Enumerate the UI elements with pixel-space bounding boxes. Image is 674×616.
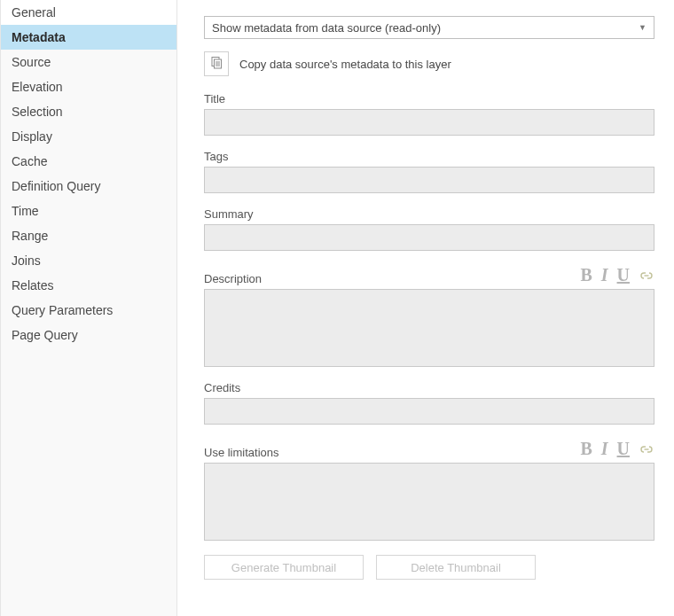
sidebar-item-label: Range	[12, 229, 48, 243]
credits-label: Credits	[204, 381, 654, 394]
tags-label: Tags	[204, 150, 654, 163]
sidebar-item-label: Elevation	[12, 80, 63, 94]
dropdown-selected-text: Show metadata from data source (read-onl…	[212, 21, 441, 35]
use-limitations-rich-toolbar: B I U	[580, 439, 654, 459]
sidebar-item-label: Selection	[12, 105, 63, 119]
sidebar-item-label: Display	[12, 129, 52, 144]
sidebar-item-label: Time	[12, 204, 39, 218]
sidebar-item-label: Page Query	[12, 328, 78, 342]
sidebar-item-page-query[interactable]: Page Query	[1, 323, 176, 347]
sidebar-item-label: Definition Query	[12, 179, 100, 193]
summary-input[interactable]	[204, 224, 654, 251]
sidebar-item-range[interactable]: Range	[1, 223, 176, 248]
copy-metadata-button[interactable]	[204, 51, 229, 76]
description-rich-toolbar: B I U	[580, 265, 654, 285]
sidebar-item-label: Query Parameters	[12, 303, 113, 317]
italic-icon[interactable]: I	[601, 439, 608, 459]
copy-metadata-label: Copy data source's metadata to this laye…	[239, 58, 451, 71]
use-limitations-textarea[interactable]	[204, 463, 654, 541]
sidebar-item-general[interactable]: General	[1, 0, 176, 25]
metadata-source-dropdown[interactable]: Show metadata from data source (read-onl…	[204, 16, 654, 39]
sidebar-item-label: Joins	[12, 253, 41, 268]
sidebar-item-joins[interactable]: Joins	[1, 248, 176, 273]
title-input[interactable]	[204, 109, 654, 136]
sidebar-item-label: Relates	[12, 278, 53, 292]
sidebar: General Metadata Source Elevation Select…	[0, 0, 177, 616]
summary-label: Summary	[204, 207, 654, 221]
metadata-panel: Show metadata from data source (read-onl…	[177, 0, 674, 616]
button-label: Delete Thumbnail	[411, 561, 501, 574]
sidebar-item-definition-query[interactable]: Definition Query	[1, 174, 176, 199]
sidebar-item-label: Cache	[12, 154, 47, 168]
underline-icon[interactable]: U	[617, 265, 630, 285]
sidebar-item-metadata[interactable]: Metadata	[1, 25, 176, 50]
sidebar-item-cache[interactable]: Cache	[1, 149, 176, 174]
button-label: Generate Thumbnail	[231, 561, 336, 574]
tags-input[interactable]	[204, 167, 654, 193]
sidebar-item-selection[interactable]: Selection	[1, 99, 176, 124]
generate-thumbnail-button[interactable]: Generate Thumbnail	[204, 555, 364, 580]
sidebar-item-label: General	[12, 5, 56, 19]
bold-icon[interactable]: B	[580, 265, 592, 285]
sidebar-item-source[interactable]: Source	[1, 50, 176, 74]
sidebar-item-relates[interactable]: Relates	[1, 273, 176, 298]
description-textarea[interactable]	[204, 289, 654, 367]
description-label: Description	[204, 272, 262, 285]
underline-icon[interactable]: U	[617, 439, 630, 459]
sidebar-item-label: Metadata	[12, 30, 66, 44]
sidebar-item-query-parameters[interactable]: Query Parameters	[1, 298, 176, 323]
italic-icon[interactable]: I	[601, 265, 608, 285]
sidebar-item-time[interactable]: Time	[1, 199, 176, 223]
copy-icon	[209, 56, 223, 73]
sidebar-item-label: Source	[12, 55, 51, 69]
credits-input[interactable]	[204, 398, 654, 425]
hyperlink-icon[interactable]	[639, 269, 654, 282]
hyperlink-icon[interactable]	[639, 443, 654, 456]
sidebar-item-elevation[interactable]: Elevation	[1, 74, 176, 99]
sidebar-item-display[interactable]: Display	[1, 124, 176, 149]
delete-thumbnail-button[interactable]: Delete Thumbnail	[376, 555, 536, 580]
chevron-down-icon: ▼	[639, 23, 647, 32]
bold-icon[interactable]: B	[580, 439, 592, 459]
title-label: Title	[204, 92, 654, 105]
use-limitations-label: Use limitations	[204, 446, 279, 459]
